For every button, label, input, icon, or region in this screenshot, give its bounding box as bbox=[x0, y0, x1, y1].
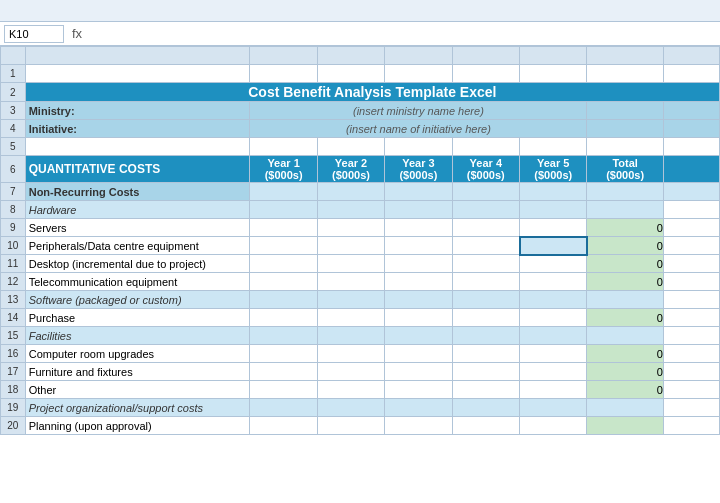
data-cell[interactable] bbox=[520, 273, 587, 291]
cell[interactable] bbox=[452, 138, 519, 156]
cell[interactable] bbox=[663, 138, 719, 156]
cell[interactable] bbox=[317, 399, 384, 417]
data-cell[interactable] bbox=[317, 309, 384, 327]
cell[interactable] bbox=[663, 327, 719, 345]
cell[interactable] bbox=[663, 120, 719, 138]
cell[interactable] bbox=[663, 309, 719, 327]
cell[interactable] bbox=[587, 201, 663, 219]
data-cell[interactable] bbox=[452, 381, 519, 399]
cell[interactable] bbox=[385, 327, 452, 345]
cell[interactable] bbox=[452, 327, 519, 345]
cell[interactable] bbox=[587, 102, 663, 120]
col-header-a[interactable] bbox=[25, 47, 250, 65]
data-cell[interactable] bbox=[520, 417, 587, 435]
data-cell[interactable] bbox=[452, 417, 519, 435]
cell[interactable] bbox=[587, 120, 663, 138]
data-cell[interactable] bbox=[385, 237, 452, 255]
cell[interactable] bbox=[520, 291, 587, 309]
data-cell[interactable] bbox=[452, 219, 519, 237]
data-cell[interactable] bbox=[250, 363, 317, 381]
cell[interactable] bbox=[385, 399, 452, 417]
col-header-e[interactable] bbox=[452, 47, 519, 65]
total-cell[interactable] bbox=[587, 417, 663, 435]
col-header-h[interactable] bbox=[663, 47, 719, 65]
cell[interactable] bbox=[250, 65, 317, 83]
cell[interactable] bbox=[520, 138, 587, 156]
cell[interactable] bbox=[250, 183, 317, 201]
cell[interactable] bbox=[663, 219, 719, 237]
data-cell[interactable] bbox=[452, 345, 519, 363]
cell[interactable] bbox=[520, 201, 587, 219]
cell[interactable] bbox=[317, 291, 384, 309]
cell[interactable] bbox=[317, 138, 384, 156]
cell[interactable] bbox=[250, 138, 317, 156]
data-cell[interactable] bbox=[250, 255, 317, 273]
data-cell[interactable] bbox=[452, 363, 519, 381]
cell[interactable] bbox=[520, 65, 587, 83]
cell[interactable] bbox=[385, 65, 452, 83]
cell[interactable] bbox=[663, 363, 719, 381]
data-cell[interactable] bbox=[317, 237, 384, 255]
data-label[interactable]: Telecommunication equipment bbox=[25, 273, 250, 291]
data-cell[interactable] bbox=[385, 363, 452, 381]
data-label[interactable]: Servers bbox=[25, 219, 250, 237]
data-label[interactable]: Other bbox=[25, 381, 250, 399]
cell[interactable] bbox=[663, 102, 719, 120]
cell[interactable] bbox=[385, 291, 452, 309]
data-cell[interactable] bbox=[452, 255, 519, 273]
cell[interactable] bbox=[663, 237, 719, 255]
data-cell[interactable] bbox=[250, 237, 317, 255]
cell[interactable] bbox=[25, 138, 250, 156]
data-label[interactable]: Planning (upon approval) bbox=[25, 417, 250, 435]
cell[interactable] bbox=[25, 65, 250, 83]
cell[interactable] bbox=[317, 65, 384, 83]
cell[interactable] bbox=[452, 291, 519, 309]
data-label[interactable]: Desktop (incremental due to project) bbox=[25, 255, 250, 273]
cell[interactable] bbox=[385, 138, 452, 156]
data-cell[interactable] bbox=[520, 255, 587, 273]
cell[interactable] bbox=[317, 327, 384, 345]
total-cell[interactable]: 0 bbox=[587, 363, 663, 381]
cell[interactable] bbox=[663, 255, 719, 273]
cell[interactable] bbox=[587, 138, 663, 156]
cell[interactable] bbox=[250, 291, 317, 309]
data-cell[interactable] bbox=[317, 255, 384, 273]
data-cell[interactable] bbox=[317, 273, 384, 291]
cell[interactable] bbox=[520, 327, 587, 345]
data-cell[interactable] bbox=[385, 309, 452, 327]
data-cell[interactable] bbox=[317, 345, 384, 363]
data-cell[interactable] bbox=[452, 273, 519, 291]
cell[interactable] bbox=[452, 183, 519, 201]
cell[interactable] bbox=[317, 183, 384, 201]
data-cell[interactable] bbox=[385, 345, 452, 363]
data-cell[interactable] bbox=[317, 417, 384, 435]
data-cell[interactable] bbox=[520, 237, 587, 255]
data-cell[interactable] bbox=[250, 219, 317, 237]
total-cell[interactable]: 0 bbox=[587, 273, 663, 291]
data-label[interactable]: Peripherals/Data centre equipment bbox=[25, 237, 250, 255]
data-cell[interactable] bbox=[385, 273, 452, 291]
cell[interactable] bbox=[587, 291, 663, 309]
data-label[interactable]: Furniture and fixtures bbox=[25, 363, 250, 381]
col-header-d[interactable] bbox=[385, 47, 452, 65]
data-cell[interactable] bbox=[520, 219, 587, 237]
cell[interactable] bbox=[663, 65, 719, 83]
data-cell[interactable] bbox=[250, 273, 317, 291]
data-cell[interactable] bbox=[452, 237, 519, 255]
total-cell[interactable]: 0 bbox=[587, 345, 663, 363]
cell[interactable] bbox=[663, 417, 719, 435]
total-cell[interactable]: 0 bbox=[587, 381, 663, 399]
data-cell[interactable] bbox=[452, 309, 519, 327]
data-cell[interactable] bbox=[250, 309, 317, 327]
col-header-g[interactable] bbox=[587, 47, 663, 65]
cell[interactable] bbox=[663, 399, 719, 417]
data-label[interactable]: Purchase bbox=[25, 309, 250, 327]
cell[interactable] bbox=[663, 201, 719, 219]
data-cell[interactable] bbox=[520, 309, 587, 327]
total-cell[interactable]: 0 bbox=[587, 219, 663, 237]
data-label[interactable]: Computer room upgrades bbox=[25, 345, 250, 363]
cell[interactable] bbox=[663, 291, 719, 309]
cell[interactable] bbox=[250, 201, 317, 219]
data-cell[interactable] bbox=[520, 363, 587, 381]
cell-reference-input[interactable] bbox=[4, 25, 64, 43]
